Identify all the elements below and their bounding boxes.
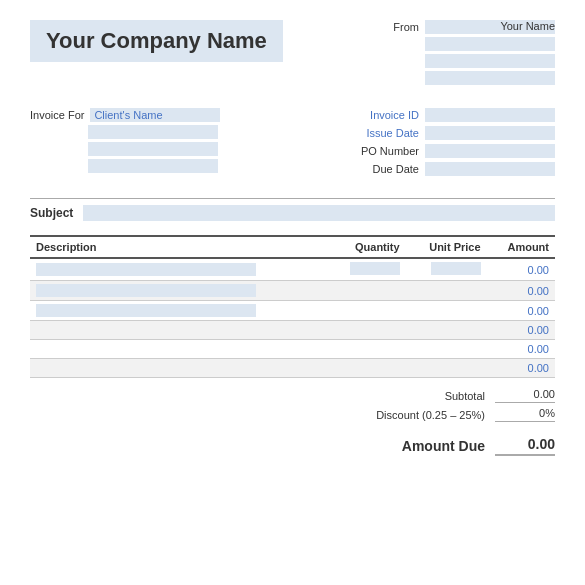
amount-cell: 0.00	[487, 281, 555, 301]
info-section: Invoice For Client's Name Invoice ID Iss…	[30, 108, 555, 180]
subject-row: Subject	[30, 198, 555, 221]
qty-cell[interactable]	[326, 258, 405, 281]
price-cell[interactable]	[406, 301, 487, 321]
client-address2-field[interactable]	[88, 142, 218, 156]
client-section: Invoice For Client's Name	[30, 108, 220, 180]
table-row: 0.00	[30, 281, 555, 301]
client-address2-row	[88, 142, 220, 156]
amount-cell: 0.00	[487, 258, 555, 281]
col-amount: Amount	[487, 236, 555, 258]
amount-due-section: Amount Due 0.00	[402, 436, 555, 456]
qty-cell[interactable]	[326, 321, 405, 340]
issue-date-label: Issue Date	[366, 127, 419, 139]
company-name-box: Your Company Name	[30, 20, 283, 62]
desc-cell[interactable]	[30, 258, 326, 281]
company-name: Your Company Name	[30, 20, 283, 62]
invoice-id-label: Invoice ID	[370, 109, 419, 121]
qty-cell[interactable]	[326, 340, 405, 359]
subtotal-row: Subtotal 0.00	[355, 388, 555, 403]
issue-date-row: Issue Date	[366, 126, 555, 140]
table-row: 0.00	[30, 359, 555, 378]
from-address1-row	[393, 37, 555, 51]
desc-cell[interactable]	[30, 321, 326, 340]
amount-due-label: Amount Due	[402, 438, 485, 454]
client-city-row	[88, 159, 220, 173]
price-cell[interactable]	[406, 321, 487, 340]
due-date-label: Due Date	[373, 163, 419, 175]
amount-due-value: 0.00	[495, 436, 555, 456]
from-name-row: From Your Name	[393, 20, 555, 34]
table-row: 0.00	[30, 321, 555, 340]
col-description: Description	[30, 236, 326, 258]
invoice-wrapper: Your Company Name From Your Name Invoice…	[30, 20, 555, 456]
from-address2-field[interactable]	[425, 54, 555, 68]
issue-date-field[interactable]	[425, 126, 555, 140]
price-cell[interactable]	[406, 340, 487, 359]
subject-label: Subject	[30, 206, 73, 220]
from-address2-row	[393, 54, 555, 68]
desc-cell[interactable]	[30, 340, 326, 359]
amount-cell: 0.00	[487, 340, 555, 359]
table-row: 0.00	[30, 340, 555, 359]
col-unit-price: Unit Price	[406, 236, 487, 258]
amount-cell: 0.00	[487, 321, 555, 340]
invoice-id-row: Invoice ID	[370, 108, 555, 122]
discount-label: Discount (0.25 – 25%)	[355, 409, 485, 421]
due-date-row: Due Date	[373, 162, 555, 176]
po-number-field[interactable]	[425, 144, 555, 158]
from-address1-field[interactable]	[425, 37, 555, 51]
desc-cell[interactable]	[30, 359, 326, 378]
discount-value[interactable]: 0%	[495, 407, 555, 422]
discount-row: Discount (0.25 – 25%) 0%	[355, 407, 555, 422]
header-section: Your Company Name From Your Name	[30, 20, 555, 88]
subject-field[interactable]	[83, 205, 555, 221]
subtotal-label: Subtotal	[355, 390, 485, 402]
invoice-id-field[interactable]	[425, 108, 555, 122]
table-row: 0.00	[30, 301, 555, 321]
invoice-meta-section: Invoice ID Issue Date PO Number Due Date	[361, 108, 555, 180]
from-section: From Your Name	[393, 20, 555, 88]
qty-cell[interactable]	[326, 359, 405, 378]
desc-cell[interactable]	[30, 301, 326, 321]
client-address1-field[interactable]	[88, 125, 218, 139]
client-name-field[interactable]: Client's Name	[90, 108, 220, 122]
col-quantity: Quantity	[326, 236, 405, 258]
subtotal-value: 0.00	[495, 388, 555, 403]
summary-section: Subtotal 0.00 Discount (0.25 – 25%) 0% A…	[30, 388, 555, 456]
qty-cell[interactable]	[326, 281, 405, 301]
from-city-field[interactable]	[425, 71, 555, 85]
client-address1-row	[88, 125, 220, 139]
due-date-field[interactable]	[425, 162, 555, 176]
from-label: From	[393, 21, 419, 33]
price-cell[interactable]	[406, 359, 487, 378]
table-row: 0.00	[30, 258, 555, 281]
table-header-row: Description Quantity Unit Price Amount	[30, 236, 555, 258]
invoice-for-label: Invoice For	[30, 109, 84, 121]
price-cell[interactable]	[406, 258, 487, 281]
from-name-field[interactable]: Your Name	[425, 20, 555, 34]
client-city-field[interactable]	[88, 159, 218, 173]
po-number-label: PO Number	[361, 145, 419, 157]
amount-cell: 0.00	[487, 359, 555, 378]
po-number-row: PO Number	[361, 144, 555, 158]
subject-section: Subject	[30, 198, 555, 221]
price-cell[interactable]	[406, 281, 487, 301]
amount-cell: 0.00	[487, 301, 555, 321]
invoice-for-row: Invoice For Client's Name	[30, 108, 220, 122]
from-city-row	[393, 71, 555, 85]
desc-cell[interactable]	[30, 281, 326, 301]
qty-cell[interactable]	[326, 301, 405, 321]
items-table: Description Quantity Unit Price Amount 0…	[30, 235, 555, 378]
